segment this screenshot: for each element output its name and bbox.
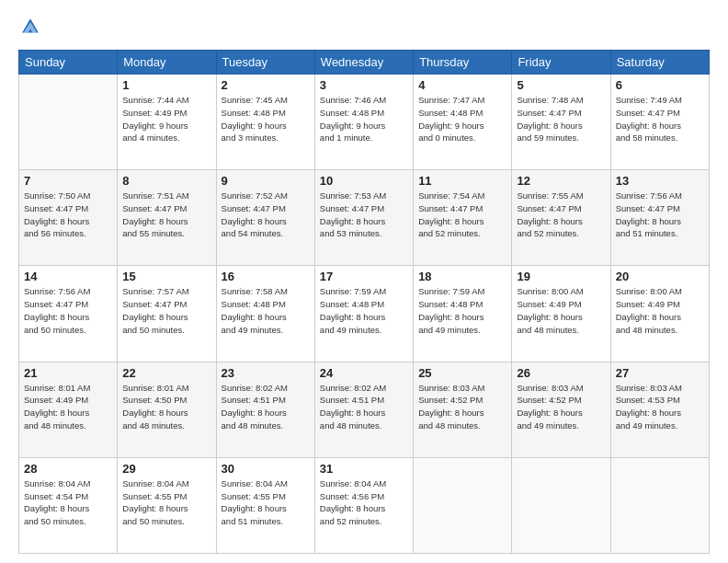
- calendar-table: SundayMondayTuesdayWednesdayThursdayFrid…: [18, 50, 710, 554]
- calendar-day-cell: [19, 75, 118, 170]
- day-info: Sunrise: 8:04 AM Sunset: 4:54 PM Dayligh…: [24, 477, 112, 528]
- calendar-day-cell: 25Sunrise: 8:03 AM Sunset: 4:52 PM Dayli…: [414, 362, 512, 457]
- day-info: Sunrise: 7:45 AM Sunset: 4:48 PM Dayligh…: [222, 94, 310, 144]
- calendar-day-cell: 6Sunrise: 7:49 AM Sunset: 4:47 PM Daylig…: [610, 75, 709, 170]
- day-info: Sunrise: 7:44 AM Sunset: 4:49 PM Dayligh…: [122, 94, 210, 144]
- day-number: 17: [320, 270, 408, 283]
- day-info: Sunrise: 7:59 AM Sunset: 4:48 PM Dayligh…: [418, 285, 506, 336]
- day-number: 5: [517, 78, 605, 92]
- day-number: 3: [320, 78, 408, 92]
- calendar-day-cell: 2Sunrise: 7:45 AM Sunset: 4:48 PM Daylig…: [216, 75, 314, 170]
- day-info: Sunrise: 8:03 AM Sunset: 4:53 PM Dayligh…: [616, 382, 704, 432]
- calendar-week-row: 21Sunrise: 8:01 AM Sunset: 4:49 PM Dayli…: [19, 362, 710, 457]
- calendar-day-cell: 17Sunrise: 7:59 AM Sunset: 4:48 PM Dayli…: [314, 266, 413, 362]
- day-number: 12: [517, 174, 605, 188]
- calendar-col-header: Friday: [512, 51, 610, 75]
- calendar-day-cell: 28Sunrise: 8:04 AM Sunset: 4:54 PM Dayli…: [19, 457, 118, 553]
- day-number: 29: [122, 462, 210, 476]
- day-number: 14: [24, 270, 112, 283]
- calendar-day-cell: 20Sunrise: 8:00 AM Sunset: 4:49 PM Dayli…: [610, 266, 709, 362]
- calendar-day-cell: 22Sunrise: 8:01 AM Sunset: 4:50 PM Dayli…: [118, 362, 216, 457]
- calendar-day-cell: [512, 457, 610, 553]
- day-info: Sunrise: 8:02 AM Sunset: 4:51 PM Dayligh…: [222, 382, 310, 432]
- calendar-day-cell: 7Sunrise: 7:50 AM Sunset: 4:47 PM Daylig…: [19, 170, 118, 266]
- day-info: Sunrise: 7:57 AM Sunset: 4:47 PM Dayligh…: [122, 285, 210, 336]
- calendar-day-cell: 11Sunrise: 7:54 AM Sunset: 4:47 PM Dayli…: [414, 170, 512, 266]
- calendar-day-cell: 4Sunrise: 7:47 AM Sunset: 4:48 PM Daylig…: [414, 75, 512, 170]
- day-info: Sunrise: 7:46 AM Sunset: 4:48 PM Dayligh…: [320, 94, 408, 144]
- day-info: Sunrise: 7:51 AM Sunset: 4:47 PM Dayligh…: [122, 190, 210, 240]
- calendar-day-cell: 13Sunrise: 7:56 AM Sunset: 4:47 PM Dayli…: [610, 170, 709, 266]
- calendar-day-cell: 27Sunrise: 8:03 AM Sunset: 4:53 PM Dayli…: [610, 362, 709, 457]
- day-info: Sunrise: 8:04 AM Sunset: 4:55 PM Dayligh…: [222, 477, 310, 528]
- calendar-week-row: 1Sunrise: 7:44 AM Sunset: 4:49 PM Daylig…: [19, 75, 710, 170]
- day-number: 21: [24, 366, 112, 380]
- day-number: 31: [320, 462, 408, 476]
- calendar-day-cell: [414, 457, 512, 553]
- calendar-day-cell: 8Sunrise: 7:51 AM Sunset: 4:47 PM Daylig…: [118, 170, 216, 266]
- calendar-day-cell: 23Sunrise: 8:02 AM Sunset: 4:51 PM Dayli…: [216, 362, 314, 457]
- day-info: Sunrise: 8:04 AM Sunset: 4:55 PM Dayligh…: [122, 477, 210, 528]
- day-number: 6: [616, 78, 704, 92]
- day-info: Sunrise: 7:59 AM Sunset: 4:48 PM Dayligh…: [320, 285, 408, 336]
- calendar-day-cell: 16Sunrise: 7:58 AM Sunset: 4:48 PM Dayli…: [216, 266, 314, 362]
- day-info: Sunrise: 7:48 AM Sunset: 4:47 PM Dayligh…: [517, 94, 605, 144]
- day-number: 26: [517, 366, 605, 380]
- calendar-col-header: Sunday: [19, 51, 118, 75]
- day-number: 16: [222, 270, 310, 283]
- day-info: Sunrise: 8:04 AM Sunset: 4:56 PM Dayligh…: [320, 477, 408, 528]
- day-info: Sunrise: 8:02 AM Sunset: 4:51 PM Dayligh…: [320, 382, 408, 432]
- day-number: 22: [122, 366, 210, 380]
- calendar-week-row: 7Sunrise: 7:50 AM Sunset: 4:47 PM Daylig…: [19, 170, 710, 266]
- calendar-day-cell: 19Sunrise: 8:00 AM Sunset: 4:49 PM Dayli…: [512, 266, 610, 362]
- day-number: 8: [122, 174, 210, 188]
- day-info: Sunrise: 7:52 AM Sunset: 4:47 PM Dayligh…: [222, 190, 310, 240]
- day-number: 18: [418, 270, 506, 283]
- calendar-day-cell: 15Sunrise: 7:57 AM Sunset: 4:47 PM Dayli…: [118, 266, 216, 362]
- calendar-day-cell: [610, 457, 709, 553]
- day-info: Sunrise: 8:03 AM Sunset: 4:52 PM Dayligh…: [517, 382, 605, 432]
- calendar-day-cell: 5Sunrise: 7:48 AM Sunset: 4:47 PM Daylig…: [512, 75, 610, 170]
- day-number: 28: [24, 462, 112, 476]
- day-info: Sunrise: 7:53 AM Sunset: 4:47 PM Dayligh…: [320, 190, 408, 240]
- calendar-day-cell: 14Sunrise: 7:56 AM Sunset: 4:47 PM Dayli…: [19, 266, 118, 362]
- logo-icon: [20, 17, 40, 37]
- calendar-day-cell: 26Sunrise: 8:03 AM Sunset: 4:52 PM Dayli…: [512, 362, 610, 457]
- day-number: 30: [222, 462, 310, 476]
- calendar-col-header: Thursday: [414, 51, 512, 75]
- calendar-col-header: Wednesday: [314, 51, 413, 75]
- calendar-week-row: 14Sunrise: 7:56 AM Sunset: 4:47 PM Dayli…: [19, 266, 710, 362]
- calendar-day-cell: 18Sunrise: 7:59 AM Sunset: 4:48 PM Dayli…: [414, 266, 512, 362]
- day-info: Sunrise: 7:49 AM Sunset: 4:47 PM Dayligh…: [616, 94, 704, 144]
- calendar-day-cell: 21Sunrise: 8:01 AM Sunset: 4:49 PM Dayli…: [19, 362, 118, 457]
- day-info: Sunrise: 7:50 AM Sunset: 4:47 PM Dayligh…: [24, 190, 112, 240]
- calendar-day-cell: 30Sunrise: 8:04 AM Sunset: 4:55 PM Dayli…: [216, 457, 314, 553]
- calendar-col-header: Monday: [118, 51, 216, 75]
- day-info: Sunrise: 8:01 AM Sunset: 4:50 PM Dayligh…: [122, 382, 210, 432]
- day-number: 23: [222, 366, 310, 380]
- day-info: Sunrise: 7:47 AM Sunset: 4:48 PM Dayligh…: [418, 94, 506, 144]
- calendar-day-cell: 1Sunrise: 7:44 AM Sunset: 4:49 PM Daylig…: [118, 75, 216, 170]
- calendar-week-row: 28Sunrise: 8:04 AM Sunset: 4:54 PM Dayli…: [19, 457, 710, 553]
- day-number: 4: [418, 78, 506, 92]
- day-info: Sunrise: 8:00 AM Sunset: 4:49 PM Dayligh…: [517, 285, 605, 336]
- calendar-col-header: Tuesday: [216, 51, 314, 75]
- calendar-day-cell: 29Sunrise: 8:04 AM Sunset: 4:55 PM Dayli…: [118, 457, 216, 553]
- day-info: Sunrise: 8:00 AM Sunset: 4:49 PM Dayligh…: [616, 285, 704, 336]
- day-number: 10: [320, 174, 408, 188]
- day-info: Sunrise: 8:03 AM Sunset: 4:52 PM Dayligh…: [418, 382, 506, 432]
- day-number: 27: [616, 366, 704, 380]
- day-number: 7: [24, 174, 112, 188]
- day-info: Sunrise: 7:55 AM Sunset: 4:47 PM Dayligh…: [517, 190, 605, 240]
- day-number: 24: [320, 366, 408, 380]
- logo: [18, 17, 40, 40]
- calendar-col-header: Saturday: [610, 51, 709, 75]
- day-number: 9: [222, 174, 310, 188]
- day-number: 20: [616, 270, 704, 283]
- page-header: [18, 17, 710, 40]
- day-info: Sunrise: 7:56 AM Sunset: 4:47 PM Dayligh…: [24, 285, 112, 336]
- day-info: Sunrise: 7:54 AM Sunset: 4:47 PM Dayligh…: [418, 190, 506, 240]
- calendar-day-cell: 10Sunrise: 7:53 AM Sunset: 4:47 PM Dayli…: [314, 170, 413, 266]
- day-number: 15: [122, 270, 210, 283]
- day-number: 2: [222, 78, 310, 92]
